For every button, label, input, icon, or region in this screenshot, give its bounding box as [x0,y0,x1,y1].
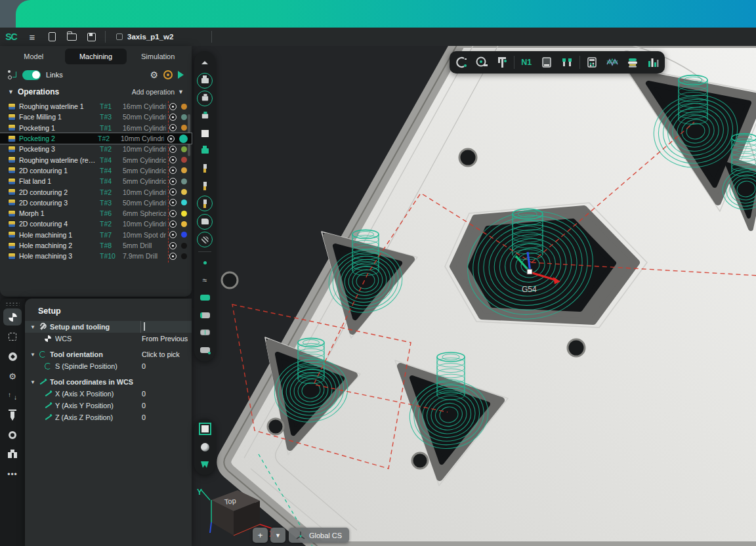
graph-button[interactable] [604,54,621,71]
operation-row[interactable]: Face Milling 1 T#3 50mm Cylindri [0,112,192,122]
setup-tooling-group[interactable]: ▼ Setup and tooling [25,321,192,333]
operation-color-dot[interactable] [181,232,187,238]
operation-row[interactable]: 2D contouring 2 T#2 10mm Cylindri [0,186,192,197]
document-checkbox-icon[interactable] [116,33,123,40]
operation-visibility-radio[interactable] [169,220,177,228]
show-curves-button[interactable]: ≈ [197,273,213,288]
operation-visibility-radio[interactable] [169,167,177,174]
operation-color-dot[interactable] [181,211,187,217]
show-workpiece-button[interactable] [197,126,213,141]
operation-row[interactable]: Flat land 1 T#4 5mm Cylindric [0,176,192,186]
axis-z-value[interactable]: 0 [142,413,192,421]
new-file-button[interactable] [42,29,62,45]
operation-color-dot[interactable] [181,221,187,227]
tooling-button[interactable] [558,54,576,71]
operation-color-dot[interactable] [181,243,187,249]
operation-row[interactable]: 2D contouring 1 T#4 5mm Cylindric [0,165,192,176]
caliper-button[interactable] [494,54,511,71]
sidebar-settings-button[interactable]: ⚙ [3,368,22,385]
orbit-view-button[interactable] [197,440,213,455]
operation-color-dot[interactable] [181,146,187,152]
view-flag-button[interactable] [197,457,213,472]
operation-color-dot[interactable] [181,253,187,259]
global-cs-button[interactable]: Global CS [289,528,349,543]
gear-icon[interactable]: ⚙ [150,70,158,80]
operation-color-dot[interactable] [181,178,187,184]
operation-visibility-radio[interactable] [169,199,177,206]
operation-color-dot[interactable] [181,114,187,120]
chevron-down-icon[interactable]: ▼ [30,352,38,358]
save-file-button[interactable] [81,29,101,45]
add-operation-dropdown-icon[interactable]: ▼ [178,89,184,95]
chevron-down-icon[interactable]: ▼ [30,379,38,385]
operation-row[interactable]: Roughing waterline 1 T#1 16mm Cylindri [0,101,192,112]
tab-machining[interactable]: Machining [65,49,127,64]
sidebar-fixture-button[interactable] [3,446,22,463]
calculator-button[interactable] [583,54,600,71]
layers-button[interactable] [624,54,641,71]
operation-row[interactable]: Pocketing 3 T#2 10mm Cylindri [0,144,192,154]
workpiece-button[interactable] [538,54,555,71]
fit-view-button[interactable] [197,421,213,436]
operation-row[interactable]: Hole machining 3 T#10 7.9mm Drill [0,251,192,261]
spindle-position-row[interactable]: S (Spindle Position) 0 [25,360,192,372]
operation-visibility-radio[interactable] [169,114,177,121]
wcs-value[interactable]: From Previous [142,335,192,343]
wcs-row[interactable]: WCS From Previous [25,333,192,345]
snap-button[interactable] [453,54,470,71]
operation-visibility-radio[interactable] [169,103,177,110]
operation-row[interactable]: Hole machining 1 T#7 10mm Spot dr [0,230,192,240]
axis-y-value[interactable]: 0 [142,402,192,410]
operation-visibility-radio[interactable] [169,188,177,196]
chevron-down-icon[interactable]: ▼ [8,89,14,95]
tool-orientation-group[interactable]: ▼ Tool orientation Click to pick [25,348,192,360]
show-head-button[interactable] [197,109,213,124]
sidebar-more-button[interactable]: ••• [3,466,22,483]
open-file-button[interactable] [62,29,81,45]
operation-color-dot[interactable] [181,189,187,195]
sidebar-tool-button[interactable] [3,407,22,424]
operation-visibility-radio[interactable] [169,124,177,131]
operation-visibility-radio[interactable] [167,135,175,142]
tab-simulation[interactable]: Simulation [127,49,189,64]
document-tab[interactable]: 3axis_p1_w2 [110,28,180,46]
operation-color-dot[interactable] [181,167,187,173]
drag-handle[interactable] [5,302,20,306]
measure-button[interactable] [473,54,490,71]
axis-z-row[interactable]: Z (Axis Z Position) 0 [25,411,192,423]
add-cs-button[interactable]: + [253,528,268,543]
viewport-3d[interactable]: G54 [192,46,756,546]
operation-color-dot[interactable] [181,157,187,163]
scroll-up-button[interactable] [197,55,213,70]
operation-row[interactable]: Pocketing 1 T#1 16mm Cylindri [0,123,192,133]
operation-visibility-radio[interactable] [169,146,177,153]
statistics-button[interactable] [644,54,662,71]
operation-row[interactable]: Morph 1 T#6 6mm Spherica [0,208,192,219]
show-points-button[interactable] [197,255,213,270]
operation-visibility-radio[interactable] [169,156,177,163]
sidebar-navigate-button[interactable] [3,348,22,365]
spindle-position-value[interactable]: 0 [142,362,192,370]
sidebar-wcs-button[interactable] [3,308,22,326]
operation-visibility-radio[interactable] [169,253,177,260]
show-surface-button[interactable] [197,308,213,323]
operation-visibility-radio[interactable] [169,210,177,217]
axis-x-row[interactable]: X (Axis X Position) 0 [25,388,192,400]
operation-row[interactable]: Hole machining 2 T#8 5mm Drill [0,240,192,251]
operation-color-dot[interactable] [181,104,187,110]
run-simulation-icon[interactable] [178,71,184,79]
show-machine-button[interactable] [197,73,213,89]
operation-color-dot[interactable] [179,135,188,143]
sidebar-turning-button[interactable] [3,427,22,444]
recalculate-icon[interactable] [163,70,173,79]
operation-row[interactable]: Pocketing 2 T#2 10mm Cylindri [0,133,192,144]
show-holder-button[interactable] [197,196,213,211]
operation-color-dot[interactable] [181,125,187,131]
operation-color-dot[interactable] [181,200,187,205]
show-part-button[interactable] [197,214,213,230]
operation-visibility-radio[interactable] [169,231,177,238]
show-fixture-button[interactable] [197,144,213,159]
app-logo[interactable]: SC [0,28,22,46]
tool-orientation-value[interactable]: Click to pick [142,350,192,358]
main-menu-button[interactable]: ≡ [22,29,42,45]
